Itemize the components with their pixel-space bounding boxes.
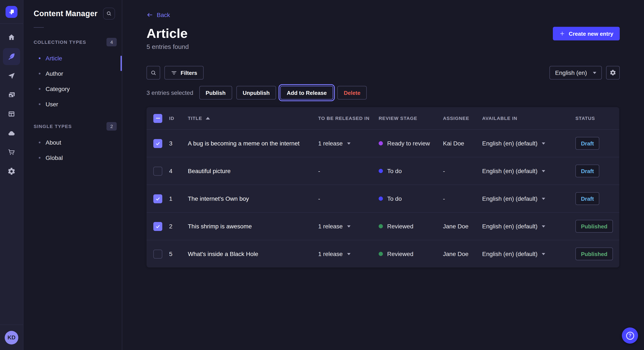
- subnav-search-button[interactable]: [103, 8, 115, 19]
- release-cell[interactable]: 1 release: [318, 140, 379, 147]
- locale-value: English (en): [555, 69, 587, 76]
- bullet-icon: [39, 88, 40, 90]
- row-checkbox[interactable]: [153, 222, 162, 231]
- assignee-cell: Jane Doe: [443, 250, 482, 257]
- title-cell: A bug is becoming a meme on the internet: [188, 140, 318, 147]
- available-in-cell[interactable]: English (en) (default): [482, 250, 576, 257]
- entries-count: 5 entries found: [146, 43, 189, 50]
- sidebar-item-article[interactable]: Article: [24, 51, 122, 66]
- chevron-down-icon: [542, 197, 545, 200]
- chevron-down-icon: [347, 253, 350, 255]
- assignee-cell: -: [443, 195, 482, 202]
- chevron-down-icon: [542, 170, 545, 172]
- sidebar-item-category[interactable]: Category: [24, 81, 122, 97]
- release-cell[interactable]: 1 release: [318, 250, 379, 257]
- row-checkbox[interactable]: [153, 249, 162, 258]
- view-settings-button[interactable]: [606, 66, 620, 80]
- help-button[interactable]: ?: [622, 328, 638, 344]
- status-badge: Draft: [576, 165, 600, 177]
- sidebar-item-user[interactable]: User: [24, 97, 122, 112]
- release-value: 1 release: [318, 223, 343, 230]
- assignee-cell: -: [443, 168, 482, 174]
- collection-types-count: 4: [106, 38, 117, 46]
- sort-ascending-icon: [206, 117, 210, 120]
- release-cell: -: [318, 168, 379, 174]
- content-manager-feather-icon[interactable]: [3, 48, 20, 65]
- locale-value: English (en) (default): [482, 250, 538, 257]
- media-library-icon[interactable]: [3, 86, 20, 103]
- bullet-icon: [39, 73, 40, 74]
- table-row[interactable]: 4 Beautiful picture - To do - English (e…: [146, 157, 619, 184]
- sidebar-item-label: User: [46, 101, 58, 108]
- table-row[interactable]: 3 A bug is becoming a meme on the intern…: [146, 129, 619, 157]
- row-checkbox[interactable]: [153, 194, 162, 203]
- stage-label: To do: [387, 195, 402, 202]
- locale-value: English (en) (default): [482, 195, 538, 202]
- publish-button[interactable]: Publish: [199, 86, 232, 100]
- stage-dot: [379, 224, 383, 228]
- review-stage-cell: To do: [379, 168, 443, 174]
- stage-label: Reviewed: [387, 223, 413, 230]
- title-header-label: TITLE: [188, 116, 202, 121]
- create-new-entry-button[interactable]: Create new entry: [553, 27, 620, 40]
- available-in-cell[interactable]: English (en) (default): [482, 168, 576, 174]
- user-avatar[interactable]: KD: [5, 331, 18, 344]
- title-cell: Beautiful picture: [188, 168, 318, 174]
- content-manager-subnav: Content Manager COLLECTION TYPES 4 Artic…: [24, 0, 122, 350]
- releases-send-icon[interactable]: [3, 67, 20, 84]
- table-row[interactable]: 2 This shrimp is awesome 1 release Revie…: [146, 212, 619, 240]
- check-icon: [155, 141, 160, 146]
- select-all-checkbox[interactable]: [153, 114, 162, 123]
- sidebar-item-author[interactable]: Author: [24, 66, 122, 81]
- marketplace-cart-icon[interactable]: [3, 144, 20, 161]
- release-value: 1 release: [318, 140, 343, 147]
- cloud-icon[interactable]: [3, 125, 20, 142]
- delete-label: Delete: [344, 90, 360, 96]
- arrow-left-icon: [146, 11, 153, 18]
- search-button[interactable]: [146, 66, 160, 80]
- single-types-label: SINGLE TYPES: [34, 124, 72, 129]
- available-in-cell[interactable]: English (en) (default): [482, 223, 576, 230]
- status-badge: Draft: [576, 192, 600, 205]
- strapi-logo-icon: [8, 8, 15, 15]
- settings-gear-icon[interactable]: [3, 163, 20, 180]
- create-new-entry-label: Create new entry: [568, 30, 613, 37]
- column-header-stage: REVIEW STAGE: [379, 116, 443, 121]
- stage-label: To do: [387, 168, 402, 174]
- chevron-down-icon: [347, 225, 350, 227]
- filter-icon: [171, 70, 177, 76]
- locale-value: English (en) (default): [482, 223, 538, 230]
- row-checkbox[interactable]: [153, 139, 162, 148]
- status-badge: Published: [576, 220, 613, 233]
- column-header-title[interactable]: TITLE: [188, 116, 318, 121]
- table-row[interactable]: 1 The internet's Own boy - To do - Engli…: [146, 184, 619, 212]
- column-header-status: STATUS: [576, 116, 612, 121]
- id-cell: 1: [169, 195, 188, 202]
- sidebar-item-label: Category: [46, 85, 70, 92]
- status-cell: Draft: [576, 137, 612, 150]
- strapi-logo[interactable]: [6, 6, 18, 18]
- home-icon[interactable]: [3, 29, 20, 46]
- sidebar-item-about[interactable]: About: [24, 135, 122, 150]
- single-types-count: 2: [106, 122, 117, 131]
- collection-types-section: COLLECTION TYPES 4 Article Author Catego…: [24, 37, 122, 112]
- chevron-down-icon: [347, 142, 350, 144]
- locale-select[interactable]: English (en): [550, 66, 602, 80]
- back-link[interactable]: Back: [146, 11, 170, 18]
- check-icon: [155, 196, 160, 201]
- unpublish-button[interactable]: Unpublish: [236, 86, 276, 100]
- gear-icon: [610, 69, 616, 76]
- available-in-cell[interactable]: English (en) (default): [482, 195, 576, 202]
- delete-button[interactable]: Delete: [337, 86, 367, 100]
- column-header-id: ID: [169, 116, 188, 121]
- page-head-left: Article 5 entries found: [146, 20, 189, 50]
- filters-button[interactable]: Filters: [164, 66, 204, 80]
- table-row[interactable]: 5 What's inside a Black Hole 1 release R…: [146, 240, 619, 268]
- add-to-release-button[interactable]: Add to Release: [280, 86, 333, 100]
- sidebar-item-global[interactable]: Global: [24, 150, 122, 166]
- content-type-builder-icon[interactable]: [3, 105, 20, 123]
- release-cell[interactable]: 1 release: [318, 223, 379, 230]
- row-checkbox[interactable]: [153, 167, 162, 175]
- available-in-cell[interactable]: English (en) (default): [482, 140, 576, 147]
- bullet-icon: [39, 57, 40, 59]
